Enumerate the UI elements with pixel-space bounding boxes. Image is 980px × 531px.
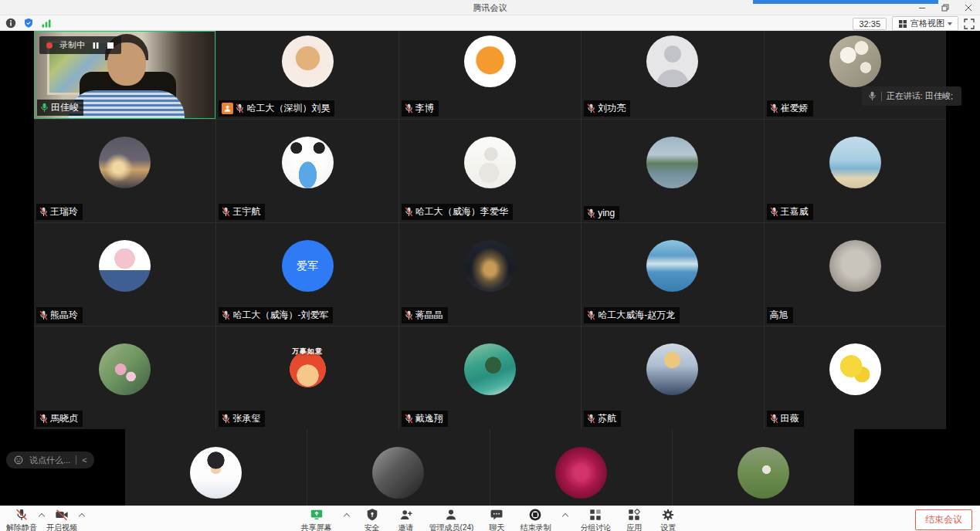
collapse-chat-arrow[interactable]: < [82,455,86,465]
shield-icon [365,508,380,522]
record-options-caret[interactable] [562,513,568,519]
close-button[interactable] [957,0,980,15]
participant-tile[interactable]: 苏航 [582,326,763,429]
participant-tile[interactable]: 万事如意 张承玺 [216,326,398,429]
participant-name: 李博 [415,102,434,115]
name-label: ying [584,206,619,220]
name-label: 戴逸翔 [402,411,448,427]
video-grid: 录制中 田佳峻 [34,31,946,429]
meeting-info-icon[interactable] [5,18,16,29]
minimize-icon [918,4,926,12]
mic-status-icon [587,414,595,424]
chat-bubble-icon [489,508,504,522]
video-options-caret[interactable] [79,513,85,519]
participant-tile[interactable]: 爱军 哈工大（威海）-刘爱军 [216,223,398,326]
status-icons [5,18,52,29]
participant-tile[interactable]: 熊晶玲 [34,223,215,326]
mic-status-icon [405,414,413,424]
pause-recording-button[interactable] [92,42,100,49]
close-icon [965,4,972,12]
participant-tile[interactable]: 田薇 [765,326,946,429]
chat-placeholder[interactable]: 说点什么... [29,455,70,466]
participant-tile[interactable]: 蒋晶晶 [399,223,581,326]
invite-button[interactable]: 邀请 [395,508,417,531]
name-label: 高旭 [767,307,793,323]
participant-tile[interactable] [673,429,854,506]
avatar [282,137,334,188]
mic-status-icon [770,207,778,217]
participant-tile[interactable]: ying [582,120,763,222]
share-screen-button[interactable]: 共享屏幕 [301,508,332,531]
divider [76,455,76,465]
participant-tile[interactable] [307,429,489,506]
fullscreen-icon[interactable] [964,19,975,29]
settings-button[interactable]: 设置 [657,508,679,531]
participant-name: 王宇航 [232,205,260,218]
participant-tile[interactable] [490,429,672,506]
audio-options-caret[interactable] [39,513,45,519]
participant-tile[interactable]: 哈工大威海-赵万龙 [582,223,763,326]
start-video-button[interactable]: 开启视频 [46,508,77,531]
stop-icon [107,42,114,49]
avatar [646,343,698,395]
participant-name: 蒋晶晶 [415,309,443,322]
mic-status-icon [405,103,413,113]
window-title: 腾讯会议 [473,2,507,14]
participant-tile[interactable]: 李博 [399,31,581,119]
unmute-button[interactable]: 解除静音 [6,508,37,531]
chat-button[interactable]: 聊天 [486,508,507,531]
settings-label: 设置 [660,523,676,531]
breakout-rooms-button[interactable]: 分组讨论 [580,508,611,531]
end-meeting-button[interactable]: 结束会议 [915,509,972,530]
name-label: 哈工大（威海）李爱华 [402,204,513,220]
participant-tile[interactable]: 馬晓贞 [34,326,215,429]
share-options-caret[interactable] [343,513,349,519]
avatar [464,36,516,87]
name-label: 崔爱娇 [767,100,813,117]
participant-tile[interactable]: 哈工大（威海）李爱华 [399,120,581,222]
participant-tile[interactable]: 高旭 [765,223,946,326]
stop-recording-button[interactable] [107,42,114,49]
manage-members-button[interactable]: 管理成员(24) [429,508,474,531]
participant-tile[interactable]: 王宇航 [216,120,398,222]
pause-icon [92,42,100,49]
participant-name: 哈工大（威海）李爱华 [415,205,508,218]
participant-tile[interactable]: 王嘉威 [765,120,946,222]
avatar: 爱军 [282,240,334,292]
participant-tile[interactable]: 戴逸翔 [399,326,581,429]
name-label: 哈工大（深圳）刘昊 [219,100,334,117]
network-signal-icon[interactable] [41,18,52,29]
recording-indicator: 录制中 [39,36,121,54]
avatar: 万事如意 [282,343,334,395]
avatar [99,240,151,292]
participant-tile[interactable]: 刘功亮 [582,31,763,119]
participant-tile[interactable] [125,429,307,506]
avatar [99,137,151,188]
chat-quick-input[interactable]: 说点什么... < [6,452,94,468]
security-button[interactable]: 安全 [361,508,383,531]
participant-name: 苏航 [598,412,616,425]
stop-recording-toolbar-button[interactable]: 结束录制 [520,508,551,531]
avatar-label: 爱军 [282,259,334,273]
participant-tile[interactable]: 王瑞玲 [34,120,215,222]
stop-record-label: 结束录制 [520,523,551,531]
emoji-smiley-icon[interactable] [13,455,24,465]
apps-label: 应用 [626,523,642,531]
view-mode-button[interactable]: 宫格视图 [892,16,958,31]
video-tile[interactable]: 录制中 田佳峻 [34,31,215,119]
avatar [464,137,516,188]
breakout-rooms-icon [588,508,603,522]
invite-person-icon [398,508,414,522]
participant-tile[interactable]: 哈工大（深圳）刘昊 [216,31,398,119]
minimize-button[interactable] [910,0,934,15]
app-window: 腾讯会议 32:35 宫格视图 [0,0,980,531]
security-shield-icon[interactable] [23,18,34,29]
avatar [829,240,881,292]
mic-active-icon [40,103,49,113]
restore-button[interactable] [934,0,957,15]
apps-button[interactable]: 应用 [623,508,645,531]
timer-value: 32:35 [859,19,880,29]
window-controls [910,0,980,15]
mic-status-icon [587,103,595,113]
mic-status-icon [222,414,230,424]
